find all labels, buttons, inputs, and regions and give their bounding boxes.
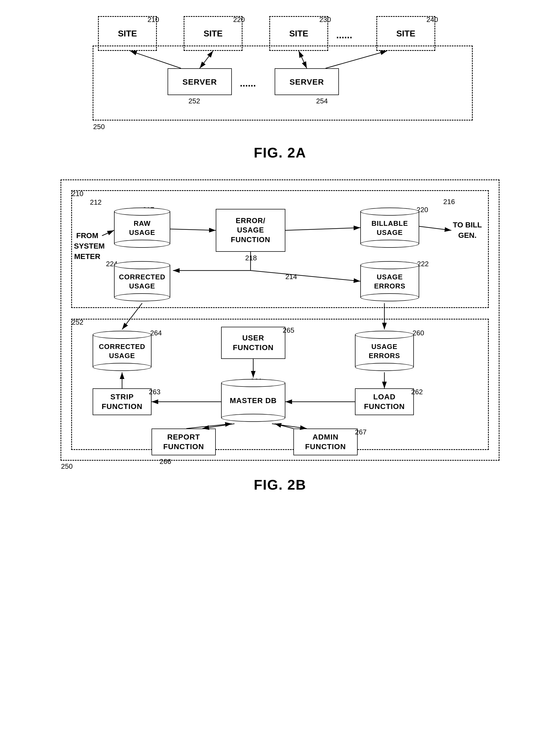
report-function-box: REPORTFUNCTION xyxy=(152,429,216,455)
usage-errors-top-cylinder: USAGEERRORS xyxy=(360,260,419,303)
label-260: 260 xyxy=(412,329,424,337)
fig2b-diagram: 250 210 212 FROMSYSTEMMETER TO BILLGEN. … xyxy=(52,177,508,471)
load-function-box: LOADFUNCTION xyxy=(355,388,414,415)
error-usage-function-box: ERROR/USAGEFUNCTION xyxy=(216,209,285,252)
from-system-meter: FROMSYSTEMMETER xyxy=(74,230,101,262)
label-250-2b: 250 xyxy=(61,462,73,471)
label-220: 220 xyxy=(417,206,428,214)
usage-errors-bot-cylinder: USAGEERRORS xyxy=(355,330,414,372)
fig2a-container: 250 SITE 210 SITE 220 SITE 230 ...... SI… xyxy=(16,11,544,161)
label-210-2b: 210 xyxy=(72,190,83,198)
fig2a-label: FIG. 2A xyxy=(254,145,306,161)
corrected-usage-top-cylinder: CORRECTEDUSAGE xyxy=(114,260,170,303)
label-210: 210 xyxy=(148,16,159,24)
label-264: 264 xyxy=(150,329,162,337)
admin-function-box: ADMINFUNCTION xyxy=(293,429,357,455)
to-bill-gen: TO BILLGEN. xyxy=(451,220,483,240)
strip-function-box: STRIPFUNCTION xyxy=(92,388,152,415)
label-222: 222 xyxy=(417,260,429,268)
ellipsis-servers: ...... xyxy=(240,78,256,89)
label-262: 262 xyxy=(411,388,423,396)
corrected-usage-bot-cylinder: CORRECTEDUSAGE xyxy=(92,330,152,372)
raw-usage-cylinder: RAWUSAGE xyxy=(114,206,170,249)
billable-usage-cylinder: BILLABLEUSAGE xyxy=(360,206,419,249)
label-252: 252 xyxy=(188,97,200,105)
label-216: 216 xyxy=(443,198,455,206)
user-function-box: USERFUNCTION xyxy=(221,327,285,359)
label-230: 230 xyxy=(319,16,331,24)
label-250-2a: 250 xyxy=(93,123,105,131)
label-240: 240 xyxy=(426,16,438,24)
site-label-210: SITE xyxy=(118,29,137,38)
server-box-254: SERVER xyxy=(275,68,339,95)
label-267: 267 xyxy=(355,428,367,436)
fig2b-label: FIG. 2B xyxy=(254,477,306,493)
ellipsis-sites: ...... xyxy=(336,29,352,41)
label-214: 214 xyxy=(285,273,297,281)
site-label-220: SITE xyxy=(204,29,222,38)
label-220: 220 xyxy=(233,16,245,24)
label-218: 218 xyxy=(245,254,257,262)
page-container: 250 SITE 210 SITE 220 SITE 230 ...... SI… xyxy=(16,11,544,493)
label-265: 265 xyxy=(283,326,294,335)
label-254: 254 xyxy=(316,97,328,105)
label-263: 263 xyxy=(149,388,160,396)
label-212: 212 xyxy=(90,198,102,206)
server-box-252: SERVER xyxy=(167,68,232,95)
label-252-2b: 252 xyxy=(72,318,83,327)
fig2b-container: 250 210 212 FROMSYSTEMMETER TO BILLGEN. … xyxy=(16,177,544,493)
label-266: 266 xyxy=(160,458,171,466)
fig2a-diagram: 250 SITE 210 SITE 220 SITE 230 ...... SI… xyxy=(52,11,508,139)
site-label-230: SITE xyxy=(289,29,308,38)
master-db-cylinder: MASTER DB xyxy=(221,378,285,423)
site-label-240: SITE xyxy=(396,29,415,38)
